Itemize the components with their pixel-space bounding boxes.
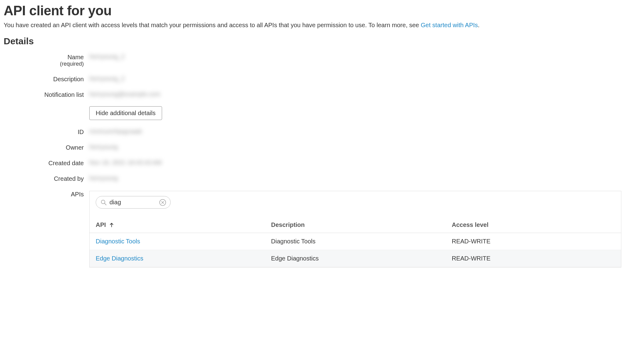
description-value: hemyoung_2	[89, 75, 621, 82]
api-link[interactable]: Diagnostic Tools	[96, 238, 140, 245]
id-label: ID	[4, 128, 89, 136]
api-description: Edge Diagnostics	[265, 250, 446, 267]
api-access-level: READ-WRITE	[446, 250, 621, 267]
name-label-text: Name	[68, 54, 84, 60]
created-by-value: hemyoung	[89, 175, 621, 182]
name-required-text: (required)	[4, 61, 84, 67]
column-api[interactable]: API	[90, 217, 265, 233]
details-heading: Details	[4, 36, 621, 46]
close-circle-icon	[159, 199, 166, 206]
api-description: Diagnostic Tools	[265, 233, 446, 250]
apis-panel: API Description Access level	[89, 191, 621, 268]
name-value: hemyoung_2	[89, 53, 621, 60]
created-date-value-text: Nov 18, 2021 18:43:43 AM	[89, 159, 162, 166]
owner-label: Owner	[4, 144, 89, 151]
svg-line-1	[105, 203, 106, 205]
clear-search-button[interactable]	[159, 198, 167, 206]
description-label: Description	[4, 75, 89, 83]
created-by-value-text: hemyoung	[89, 175, 118, 181]
notification-list-label: Notification list	[4, 91, 89, 98]
name-label: Name (required)	[4, 53, 89, 67]
toggle-spacer	[4, 106, 89, 107]
api-search-input[interactable]	[107, 198, 159, 206]
api-access-level: READ-WRITE	[446, 233, 621, 250]
api-search-field[interactable]	[96, 196, 171, 209]
api-link[interactable]: Edge Diagnostics	[96, 255, 143, 262]
apis-label: APIs	[4, 190, 89, 198]
notification-list-value: hemyoung@example.com	[89, 91, 621, 98]
column-api-label: API	[96, 221, 106, 228]
column-description[interactable]: Description	[265, 217, 446, 233]
subtitle-suffix: .	[478, 22, 480, 28]
id-value-text: mmmumrhpqyoaab	[89, 128, 142, 135]
owner-value-text: hemyoung	[89, 144, 118, 150]
created-date-label: Created date	[4, 159, 89, 167]
hide-additional-details-button[interactable]: Hide additional details	[89, 106, 162, 120]
subtitle-text: You have created an API client with acce…	[4, 22, 421, 28]
created-by-label: Created by	[4, 175, 89, 182]
apis-table: API Description Access level	[90, 217, 621, 267]
get-started-link[interactable]: Get started with APIs	[421, 22, 478, 28]
id-value: mmmumrhpqyoaab	[89, 128, 621, 135]
table-row: Diagnostic Tools Diagnostic Tools READ-W…	[90, 233, 621, 250]
owner-value: hemyoung	[89, 144, 621, 151]
sort-asc-icon	[109, 222, 114, 228]
notification-list-value-text: hemyoung@example.com	[89, 91, 161, 97]
column-access-level[interactable]: Access level	[446, 217, 621, 233]
description-value-text: hemyoung_2	[89, 75, 125, 82]
created-date-value: Nov 18, 2021 18:43:43 AM	[89, 159, 621, 166]
page-subtitle: You have created an API client with acce…	[4, 21, 621, 29]
search-icon	[100, 199, 107, 206]
name-value-text: hemyoung_2	[89, 53, 125, 60]
table-row: Edge Diagnostics Edge Diagnostics READ-W…	[90, 250, 621, 267]
page-title: API client for you	[4, 3, 621, 18]
